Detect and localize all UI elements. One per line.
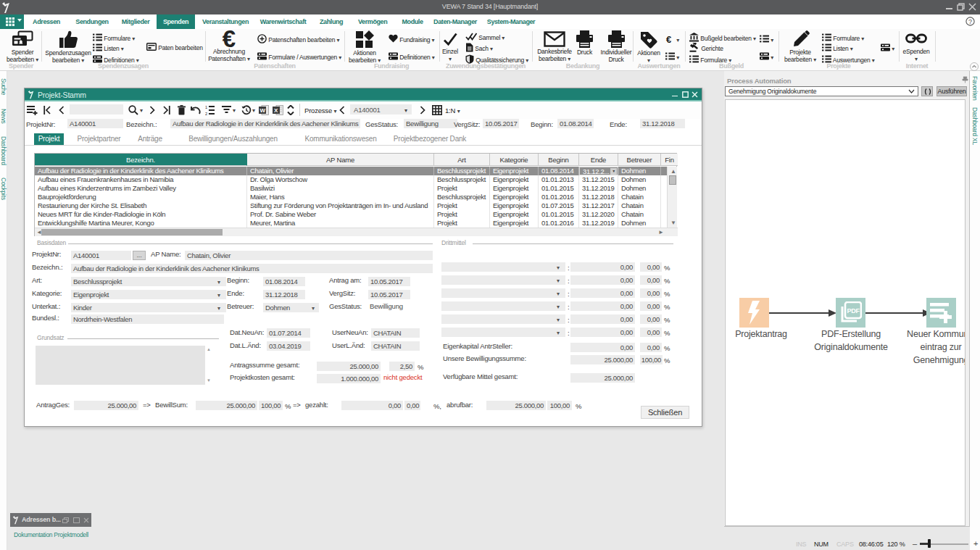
svg-text:PDF: PDF (847, 307, 860, 314)
svg-text:X: X (274, 107, 278, 114)
svg-text:W: W (260, 107, 266, 114)
svg-text:2: 2 (205, 112, 207, 116)
svg-text:1: 1 (205, 105, 207, 109)
svg-text:?: ? (968, 18, 972, 25)
